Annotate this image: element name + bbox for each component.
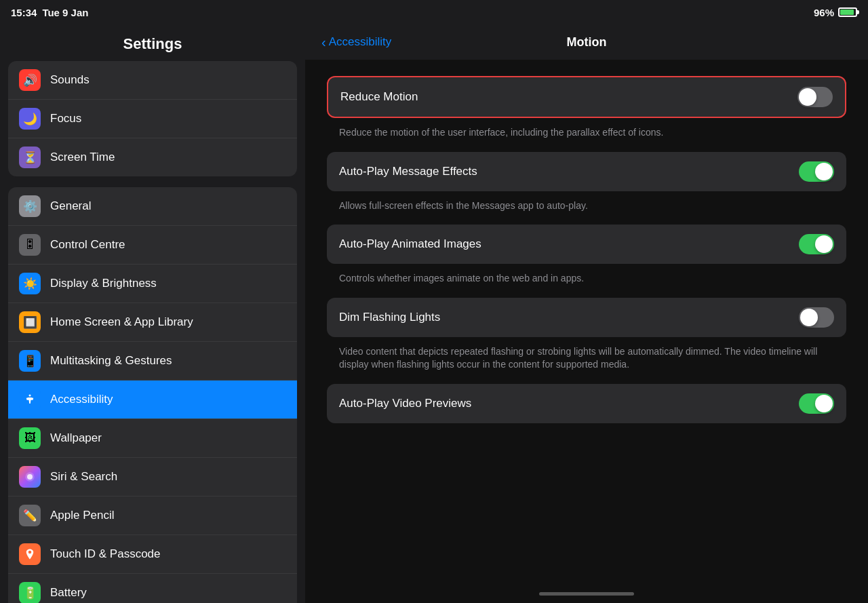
battery-fill xyxy=(840,9,854,15)
battery-settings-label: Battery xyxy=(50,586,87,600)
multitasking-label: Multitasking & Gestures xyxy=(50,354,172,368)
status-bar-left: 15:34 Tue 9 Jan xyxy=(11,7,88,18)
status-bar-right: 96% xyxy=(814,7,857,18)
sounds-icon: 🔊 xyxy=(19,69,41,91)
multitasking-icon: 📱 xyxy=(19,350,41,372)
dim-flashing-description: Video content that depicts repeated flas… xyxy=(327,341,846,381)
back-label: Accessibility xyxy=(329,35,392,49)
autoplay-animated-section: Auto-Play Animated Images Controls wheth… xyxy=(327,225,846,295)
screentime-icon: ⏳ xyxy=(19,147,41,168)
general-icon: ⚙️ xyxy=(19,195,41,217)
autoplay-animated-toggle[interactable] xyxy=(799,234,834,254)
sidebar-item-screentime[interactable]: ⏳ Screen Time xyxy=(8,138,297,176)
sidebar: Settings 🔊 Sounds 🌙 Focus ⏳ Screen Time xyxy=(0,24,305,603)
focus-label: Focus xyxy=(50,112,81,125)
back-chevron-icon: ‹ xyxy=(321,35,326,49)
autoplay-animated-description: Controls whether images animate on the w… xyxy=(327,268,846,295)
battery-icon xyxy=(838,7,857,17)
wallpaper-icon: 🖼 xyxy=(19,427,41,449)
control-icon: 🎛 xyxy=(19,234,41,256)
autoplay-message-row: Auto-Play Message Effects xyxy=(327,152,846,191)
right-content: Reduce Motion Reduce the motion of the u… xyxy=(305,60,868,584)
applepencil-icon: ✏️ xyxy=(19,505,41,526)
sidebar-item-homescreen[interactable]: 🔲 Home Screen & App Library xyxy=(8,303,297,342)
autoplay-video-section: Auto-Play Video Previews xyxy=(327,384,846,423)
right-panel-title: Motion xyxy=(567,35,607,50)
reduce-motion-toggle[interactable] xyxy=(797,87,833,107)
reduce-motion-knob xyxy=(799,88,816,106)
time-display: 15:34 xyxy=(11,7,37,18)
homescreen-icon: 🔲 xyxy=(19,311,41,333)
touchid-icon xyxy=(19,543,41,565)
sidebar-item-touchid[interactable]: Touch ID & Passcode xyxy=(8,535,297,574)
sidebar-group-1: 🔊 Sounds 🌙 Focus ⏳ Screen Time xyxy=(8,61,297,176)
sidebar-item-control[interactable]: 🎛 Control Centre xyxy=(8,226,297,265)
focus-icon: 🌙 xyxy=(19,108,41,130)
sidebar-item-focus[interactable]: 🌙 Focus xyxy=(8,100,297,138)
battery-percentage: 96% xyxy=(814,7,834,18)
reduce-motion-label: Reduce Motion xyxy=(340,90,797,104)
applepencil-label: Apple Pencil xyxy=(50,509,115,522)
autoplay-animated-label: Auto-Play Animated Images xyxy=(339,237,799,251)
dim-flashing-section: Dim Flashing Lights Video content that d… xyxy=(327,298,846,381)
autoplay-message-label: Auto-Play Message Effects xyxy=(339,165,799,178)
accessibility-icon xyxy=(19,389,41,410)
sidebar-item-multitasking[interactable]: 📱 Multitasking & Gestures xyxy=(8,342,297,381)
sidebar-group-2: ⚙️ General 🎛 Control Centre ☀️ Display &… xyxy=(8,187,297,603)
accessibility-label: Accessibility xyxy=(50,393,113,406)
back-button[interactable]: ‹ Accessibility xyxy=(321,35,391,49)
autoplay-message-toggle[interactable] xyxy=(799,161,834,182)
reduce-motion-row: Reduce Motion xyxy=(327,76,846,118)
display-icon: ☀️ xyxy=(19,273,41,294)
reduce-motion-description: Reduce the motion of the user interface,… xyxy=(327,122,846,149)
sidebar-item-applepencil[interactable]: ✏️ Apple Pencil xyxy=(8,497,297,535)
sidebar-item-siri[interactable]: Siri & Search xyxy=(8,458,297,497)
sidebar-item-wallpaper[interactable]: 🖼 Wallpaper xyxy=(8,419,297,458)
sidebar-item-general[interactable]: ⚙️ General xyxy=(8,187,297,226)
screentime-label: Screen Time xyxy=(50,151,115,164)
home-bar xyxy=(539,592,634,596)
autoplay-message-section: Auto-Play Message Effects Allows full-sc… xyxy=(327,152,846,222)
sidebar-item-sounds[interactable]: 🔊 Sounds xyxy=(8,61,297,100)
sidebar-items: 🔊 Sounds 🌙 Focus ⏳ Screen Time ⚙️ Genera… xyxy=(0,61,305,603)
right-header: ‹ Accessibility Motion xyxy=(305,24,868,60)
sidebar-item-battery[interactable]: 🔋 Battery xyxy=(8,574,297,603)
dim-flashing-label: Dim Flashing Lights xyxy=(339,311,799,324)
reduce-motion-section: Reduce Motion Reduce the motion of the u… xyxy=(327,76,846,149)
dim-flashing-toggle[interactable] xyxy=(799,307,834,328)
autoplay-video-label: Auto-Play Video Previews xyxy=(339,397,799,410)
autoplay-video-knob xyxy=(815,395,833,412)
svg-point-0 xyxy=(29,395,31,397)
touchid-label: Touch ID & Passcode xyxy=(50,547,161,561)
sidebar-title: Settings xyxy=(0,24,305,61)
home-indicator xyxy=(305,584,868,603)
wallpaper-label: Wallpaper xyxy=(50,431,102,445)
general-label: General xyxy=(50,199,91,213)
main-content: Settings 🔊 Sounds 🌙 Focus ⏳ Screen Time xyxy=(0,24,868,603)
battery-settings-icon: 🔋 xyxy=(19,582,41,603)
siri-icon xyxy=(19,466,41,488)
right-panel: ‹ Accessibility Motion Reduce Motion Red… xyxy=(305,24,868,603)
battery-body xyxy=(838,7,857,17)
autoplay-message-knob xyxy=(815,163,833,180)
display-label: Display & Brightness xyxy=(50,277,157,290)
sounds-label: Sounds xyxy=(50,73,90,87)
autoplay-video-row: Auto-Play Video Previews xyxy=(327,384,846,423)
dim-flashing-row: Dim Flashing Lights xyxy=(327,298,846,337)
autoplay-animated-knob xyxy=(815,235,833,253)
autoplay-video-toggle[interactable] xyxy=(799,393,834,414)
status-bar: 15:34 Tue 9 Jan 96% xyxy=(0,0,868,24)
autoplay-message-description: Allows full-screen effects in the Messag… xyxy=(327,195,846,222)
control-label: Control Centre xyxy=(50,238,125,252)
sidebar-item-display[interactable]: ☀️ Display & Brightness xyxy=(8,265,297,303)
date-display: Tue 9 Jan xyxy=(42,7,88,18)
siri-label: Siri & Search xyxy=(50,470,117,484)
autoplay-animated-row: Auto-Play Animated Images xyxy=(327,225,846,264)
homescreen-label: Home Screen & App Library xyxy=(50,315,193,329)
sidebar-item-accessibility[interactable]: Accessibility xyxy=(8,381,297,419)
dim-flashing-knob xyxy=(800,309,818,326)
